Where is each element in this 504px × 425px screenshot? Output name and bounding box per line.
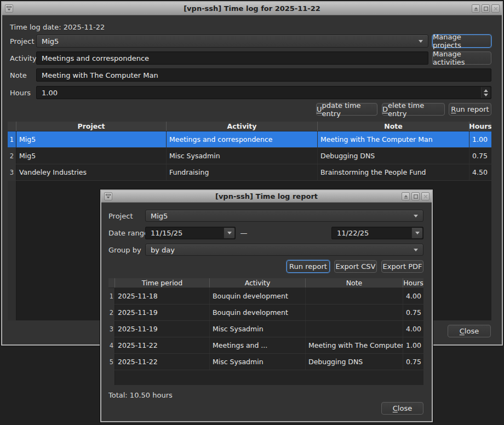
table-row[interactable]: 52025-11-22Misc SysadminDebugging DNS0.7… bbox=[108, 354, 423, 370]
table-cell[interactable]: Debugging DNS bbox=[306, 354, 403, 370]
spin-up-icon[interactable] bbox=[484, 89, 488, 92]
table-cell[interactable]: Mig5 bbox=[16, 148, 167, 164]
table-row[interactable]: 2Mig5Misc SysadminDebugging DNS0.75 bbox=[8, 148, 491, 164]
table-cell[interactable]: 2025-11-22 bbox=[115, 337, 210, 353]
column-header[interactable] bbox=[8, 122, 16, 131]
date-to-field[interactable]: 11/22/25 bbox=[331, 227, 423, 239]
table-cell[interactable]: 2025-11-18 bbox=[115, 288, 210, 304]
table-cell[interactable]: 4.00 bbox=[403, 321, 423, 337]
date-to-dropdown-button[interactable] bbox=[411, 228, 422, 238]
table-cell[interactable]: Bouquin development bbox=[210, 305, 306, 320]
table-cell[interactable]: Fundraising bbox=[167, 164, 318, 180]
window-menu-icon[interactable] bbox=[104, 192, 112, 200]
spin-down-icon[interactable] bbox=[484, 94, 488, 96]
table-cell[interactable] bbox=[306, 288, 403, 304]
table-row[interactable]: 1Mig5Meetings and correspondenceMeeting … bbox=[8, 131, 491, 148]
activity-input-value: Meetings and correspondence bbox=[42, 54, 149, 62]
update-time-entry-button[interactable]: Update time entry bbox=[316, 103, 377, 116]
chevron-down-icon bbox=[419, 40, 423, 43]
export-pdf-button[interactable]: Export PDF bbox=[381, 260, 423, 273]
manage-projects-button[interactable]: Manage projects bbox=[432, 35, 491, 48]
report-project-combobox[interactable]: Mig5 bbox=[145, 210, 423, 222]
date-to-value: 11/22/25 bbox=[337, 229, 369, 237]
table-cell[interactable]: 1.00 bbox=[469, 131, 491, 147]
row-number[interactable]: 1 bbox=[108, 288, 115, 304]
project-combobox[interactable]: Mig5 bbox=[36, 35, 428, 48]
chevron-down-icon bbox=[414, 249, 418, 251]
spinner-buttons[interactable] bbox=[481, 87, 490, 98]
table-cell[interactable]: 1.00 bbox=[403, 337, 423, 353]
date-from-field[interactable]: 11/15/25 bbox=[145, 227, 236, 239]
table-cell[interactable]: Misc Sysadmin bbox=[210, 354, 306, 370]
row-number[interactable]: 3 bbox=[8, 164, 16, 180]
row-number[interactable]: 4 bbox=[108, 337, 115, 353]
maximize-icon[interactable] bbox=[411, 192, 420, 200]
delete-time-entry-button[interactable]: Delete time entry bbox=[382, 103, 445, 116]
maximize-icon[interactable] bbox=[482, 4, 490, 13]
hours-spinbox[interactable]: 1.00 bbox=[36, 86, 491, 99]
column-header[interactable]: Note bbox=[318, 122, 469, 131]
table-cell[interactable]: Bouquin development bbox=[210, 288, 306, 304]
column-header[interactable]: Time period bbox=[115, 278, 210, 288]
date-from-dropdown-button[interactable] bbox=[224, 228, 234, 238]
row-number[interactable]: 1 bbox=[8, 131, 16, 147]
table-cell[interactable]: Mig5 bbox=[16, 131, 167, 147]
note-label: Note bbox=[10, 68, 27, 82]
row-number[interactable]: 3 bbox=[108, 321, 115, 337]
time-log-date-label: Time log date: 2025-11-22 bbox=[10, 22, 105, 32]
close-button[interactable]: Close bbox=[448, 325, 491, 337]
table-cell[interactable]: 4.00 bbox=[403, 288, 423, 304]
table-cell[interactable]: 0.75 bbox=[403, 305, 423, 320]
table-row[interactable]: 12025-11-18Bouquin development4.00 bbox=[108, 288, 423, 305]
table-cell[interactable]: 2025-11-19 bbox=[115, 321, 210, 337]
table-header-row: ProjectActivityNoteHours bbox=[8, 122, 491, 131]
table-row[interactable]: 22025-11-19Bouquin development0.75 bbox=[108, 305, 423, 321]
run-report-button[interactable]: Run report bbox=[449, 103, 491, 116]
report-run-report-button[interactable]: Run report bbox=[287, 260, 330, 273]
table-cell[interactable]: 4.50 bbox=[469, 164, 491, 180]
note-input[interactable]: Meeting with The Computer Man bbox=[36, 68, 491, 82]
column-header[interactable]: Note bbox=[306, 278, 403, 288]
table-cell[interactable]: Brainstorming the People Fund bbox=[318, 164, 469, 180]
table-cell[interactable]: Vandeley Industries bbox=[16, 164, 167, 180]
column-header[interactable]: Project bbox=[16, 122, 167, 131]
table-cell[interactable]: Meetings and ... bbox=[210, 337, 306, 353]
table-cell[interactable]: Debugging DNS bbox=[318, 148, 469, 164]
shade-icon[interactable] bbox=[402, 192, 410, 200]
window-menu-icon[interactable] bbox=[5, 4, 13, 13]
table-row[interactable]: 32025-11-19Misc Sysadmin4.00 bbox=[108, 321, 423, 337]
main-titlebar[interactable]: [vpn-ssh] Time log for 2025-11-22 bbox=[2, 2, 502, 15]
group-by-combobox[interactable]: by day bbox=[145, 244, 423, 256]
report-project-label: Project bbox=[108, 210, 133, 222]
activity-input[interactable]: Meetings and correspondence bbox=[36, 51, 428, 65]
export-csv-button[interactable]: Export CSV bbox=[334, 260, 377, 273]
column-header[interactable]: Hours bbox=[403, 278, 423, 288]
row-number[interactable]: 2 bbox=[8, 148, 16, 164]
table-row[interactable]: 3Vandeley IndustriesFundraisingBrainstor… bbox=[8, 164, 491, 181]
table-cell[interactable] bbox=[306, 305, 403, 320]
row-number[interactable]: 5 bbox=[108, 354, 115, 370]
shade-icon[interactable] bbox=[472, 4, 480, 13]
report-titlebar[interactable]: [vpn-ssh] Time log report bbox=[101, 191, 432, 203]
manage-activities-button[interactable]: Manage activities bbox=[432, 51, 491, 65]
column-header[interactable]: Activity bbox=[210, 278, 306, 288]
table-cell[interactable]: 2025-11-19 bbox=[115, 305, 210, 320]
table-cell[interactable]: Meeting with The Computer... bbox=[306, 337, 403, 353]
report-close-button[interactable]: Close bbox=[381, 402, 423, 415]
table-cell[interactable]: 2025-11-22 bbox=[115, 354, 210, 370]
row-number[interactable]: 2 bbox=[108, 305, 115, 320]
close-icon[interactable] bbox=[491, 4, 500, 13]
column-header[interactable]: Activity bbox=[167, 122, 318, 131]
table-row[interactable]: 42025-11-22Meetings and ...Meeting with … bbox=[108, 337, 423, 354]
row-number[interactable] bbox=[108, 370, 115, 385]
table-cell[interactable]: 0.75 bbox=[403, 354, 423, 370]
close-icon[interactable] bbox=[421, 192, 429, 200]
column-header[interactable]: Hours bbox=[469, 122, 491, 131]
table-cell[interactable]: Misc Sysadmin bbox=[210, 321, 306, 337]
table-cell[interactable]: Meeting with The Computer Man bbox=[318, 131, 469, 147]
column-header[interactable] bbox=[108, 278, 115, 288]
table-cell[interactable]: Meetings and correspondence bbox=[167, 131, 318, 147]
table-cell[interactable]: 0.75 bbox=[469, 148, 491, 164]
table-cell[interactable] bbox=[306, 321, 403, 337]
table-cell[interactable]: Misc Sysadmin bbox=[167, 148, 318, 164]
